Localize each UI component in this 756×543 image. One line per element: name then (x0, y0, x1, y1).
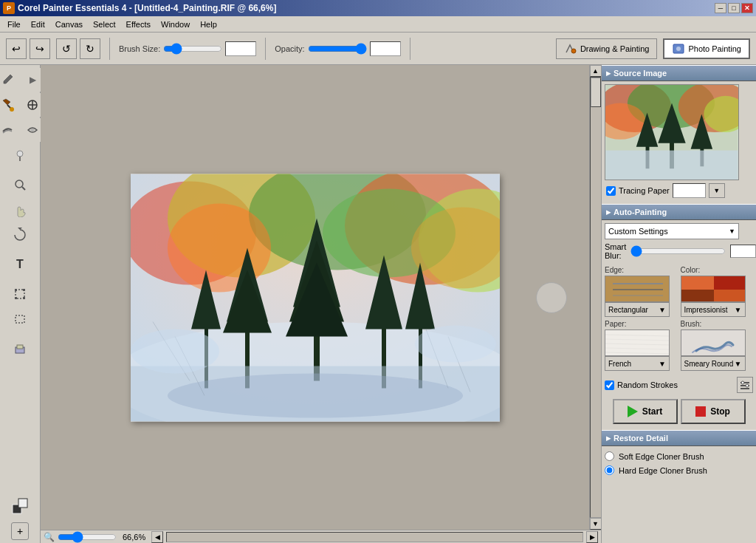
drawing-painting-button[interactable]: Drawing & Painting (556, 38, 658, 59)
smart-blur-slider[interactable] (630, 247, 726, 256)
transform-tool[interactable] (8, 282, 32, 306)
paint-bucket-tool[interactable] (0, 93, 19, 117)
menu-file[interactable]: File (3, 18, 25, 30)
menu-help[interactable]: Help (196, 18, 221, 30)
canvas-with-scrollbar: ▲ ▼ (41, 65, 601, 530)
restore-detail-header[interactable]: Restore Detail (602, 430, 756, 446)
opacity-input[interactable]: 100% (370, 41, 401, 56)
vertical-scroll-track[interactable] (590, 77, 602, 518)
opacity-slider[interactable] (308, 44, 367, 54)
color-dropdown-arrow: ▼ (735, 306, 742, 314)
svg-rect-21 (18, 499, 27, 508)
horizontal-scrollbar[interactable] (166, 532, 583, 542)
rotate-left-button[interactable]: ↺ (56, 38, 77, 59)
brush-section: Brush: Smeary Round ▼ (681, 320, 754, 371)
toolbar-divider-1 (109, 38, 110, 60)
color-dropdown[interactable]: Impressionist ▼ (681, 302, 746, 317)
menu-window[interactable]: Window (157, 18, 194, 30)
canvas-area[interactable] (41, 65, 589, 530)
edge-dropdown-arrow: ▼ (659, 306, 666, 314)
text-tool[interactable]: T (8, 253, 32, 276)
brush-size-slider[interactable] (163, 44, 222, 54)
brush-tool[interactable] (0, 68, 19, 92)
maximize-button[interactable]: □ (728, 3, 740, 13)
tracing-percent-input[interactable]: 50% (673, 183, 706, 198)
rotate-canvas-tool[interactable] (8, 223, 32, 247)
auto-painting-header[interactable]: Auto-Painting (602, 204, 756, 220)
photo-painting-button[interactable]: Photo Painting (663, 38, 750, 59)
paper-preview-svg (605, 330, 670, 356)
paper-thumbnail[interactable] (605, 329, 670, 356)
main-layout: ▶ (0, 65, 756, 543)
brush-thumbnail[interactable] (681, 329, 746, 356)
scroll-down-button[interactable]: ▼ (590, 518, 602, 530)
restore-section: Soft Edge Cloner Brush Hard Edge Cloner … (602, 446, 756, 480)
hard-edge-cloner-radio[interactable] (605, 465, 614, 475)
rectangle-select-tool[interactable] (8, 307, 32, 331)
color-thumbnail[interactable] (681, 276, 746, 302)
tracing-paper-label: Tracing Paper (619, 186, 670, 195)
svg-rect-85 (740, 388, 749, 389)
brush-size-input[interactable]: 31.2 (225, 41, 256, 56)
tool-row-selection (8, 307, 32, 331)
brush-size-section: Brush Size: 31.2 (119, 41, 256, 56)
tracing-percent-dropdown[interactable]: ▼ (709, 183, 725, 198)
soft-edge-cloner-radio[interactable] (605, 451, 614, 461)
brush-name: Smeary Round (684, 360, 734, 368)
svg-point-86 (741, 381, 744, 384)
rotate-right-button[interactable]: ↻ (80, 38, 100, 59)
edge-dropdown[interactable]: Rectangular ▼ (605, 302, 670, 317)
smear-tool[interactable] (0, 118, 19, 142)
source-image-header[interactable]: Source Image (602, 65, 756, 81)
zoom-out-icon[interactable]: 🔍 (44, 532, 55, 542)
brush-dropdown[interactable]: Smeary Round ▼ (681, 356, 746, 371)
random-strokes-checkbox[interactable] (605, 380, 614, 390)
painting-canvas (131, 174, 500, 421)
drawing-painting-label: Drawing & Painting (580, 44, 650, 53)
paper-section: Paper: (605, 320, 678, 371)
add-tool-button[interactable]: + (11, 522, 29, 540)
svg-point-0 (571, 49, 576, 53)
start-button[interactable]: Start (613, 399, 678, 424)
redo-button[interactable]: ↪ (30, 38, 50, 59)
svg-point-2 (676, 47, 681, 51)
dodge-tool[interactable] (8, 143, 32, 167)
svg-rect-76 (605, 330, 670, 356)
right-panel: Source Image (601, 65, 756, 543)
source-image-header-label: Source Image (614, 69, 667, 78)
vertical-scroll-thumb[interactable] (591, 78, 601, 107)
svg-rect-66 (605, 151, 738, 180)
scroll-up-button[interactable]: ▲ (590, 65, 602, 77)
source-image-thumbnail[interactable] (605, 84, 739, 180)
auto-painting-section: Custom Settings ▼ Smart Blur: 0% Edge: (602, 220, 756, 430)
scroll-left-button[interactable]: ◀ (151, 531, 163, 543)
close-button[interactable]: ✕ (741, 3, 753, 13)
minimize-button[interactable]: ─ (715, 3, 726, 13)
color-label: Color: (681, 266, 754, 274)
undo-button[interactable]: ↩ (6, 38, 27, 59)
svg-line-10 (22, 187, 25, 190)
stop-button[interactable]: Stop (681, 399, 746, 424)
smart-blur-value[interactable]: 0% (730, 245, 756, 258)
scroll-right-button[interactable]: ▶ (586, 531, 598, 543)
menu-select[interactable]: Select (89, 18, 120, 30)
brush-label: Brush: (681, 320, 754, 328)
preset-dropdown[interactable]: Custom Settings ▼ (605, 223, 739, 239)
random-strokes-settings-icon[interactable] (737, 377, 753, 393)
edge-thumbnail[interactable] (605, 276, 670, 302)
menu-effects[interactable]: Effects (122, 18, 155, 30)
hand-tool[interactable] (8, 198, 32, 222)
zoom-tool[interactable] (8, 173, 32, 197)
tool-row-move (8, 337, 32, 361)
left-toolbar: ▶ (0, 65, 41, 543)
foreground-background-color[interactable] (8, 494, 32, 518)
scroll-indicator[interactable] (536, 282, 567, 313)
svg-rect-75 (714, 290, 746, 302)
zoom-slider[interactable] (58, 533, 117, 542)
menu-canvas[interactable]: Canvas (51, 18, 87, 30)
tracing-paper-checkbox[interactable] (606, 186, 616, 196)
paper-dropdown[interactable]: French ▼ (605, 356, 670, 371)
auto-painting-header-label: Auto-Painting (614, 208, 667, 216)
layer-adjuster-tool[interactable] (8, 337, 32, 361)
menu-edit[interactable]: Edit (27, 18, 49, 30)
